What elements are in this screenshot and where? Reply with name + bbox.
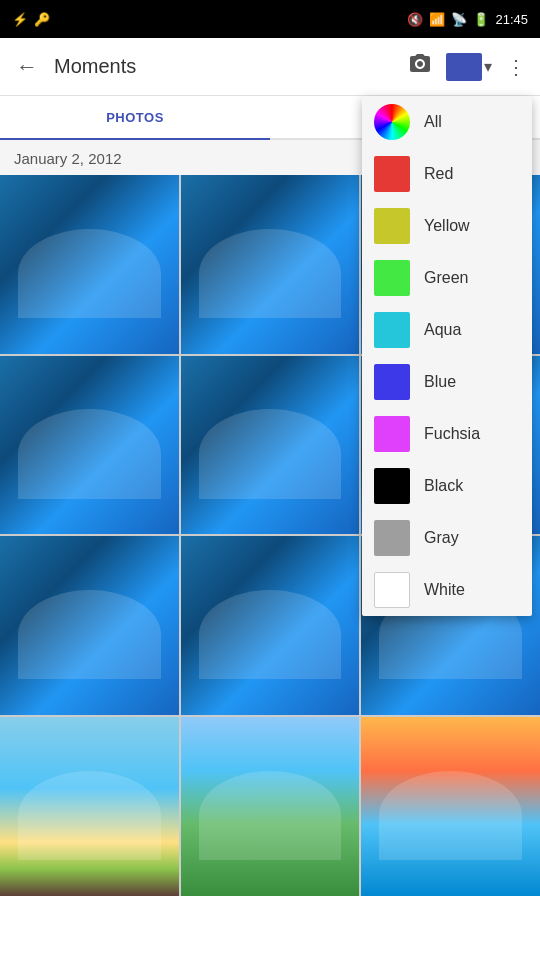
mute-icon: 🔇 — [407, 12, 423, 27]
photo-cell[interactable] — [0, 356, 179, 535]
green-swatch — [374, 260, 410, 296]
page-title: Moments — [54, 55, 402, 78]
color-option-black-label: Black — [424, 477, 463, 495]
photo-cell[interactable] — [0, 717, 179, 896]
photo-cell[interactable] — [181, 536, 360, 715]
camera-button[interactable] — [402, 46, 438, 87]
aqua-swatch — [374, 312, 410, 348]
key-icon: 🔑 — [34, 12, 50, 27]
active-color-chip — [446, 53, 482, 81]
color-option-red-label: Red — [424, 165, 453, 183]
color-option-blue-label: Blue — [424, 373, 456, 391]
color-option-blue[interactable]: Blue — [362, 356, 532, 408]
color-option-red[interactable]: Red — [362, 148, 532, 200]
color-option-green-label: Green — [424, 269, 468, 287]
chevron-down-icon: ▾ — [484, 57, 492, 76]
color-option-fuchsia[interactable]: Fuchsia — [362, 408, 532, 460]
color-option-all-label: All — [424, 113, 442, 131]
more-options-button[interactable]: ⋮ — [500, 49, 532, 85]
wifi-icon: 📶 — [429, 12, 445, 27]
status-bar: ⚡ 🔑 🔇 📶 📡 🔋 21:45 — [0, 0, 540, 38]
gray-swatch — [374, 520, 410, 556]
tab-photos[interactable]: PHOTOS — [0, 96, 270, 138]
color-option-all[interactable]: All — [362, 96, 532, 148]
blue-swatch — [374, 364, 410, 400]
usb-icon: ⚡ — [12, 12, 28, 27]
color-option-green[interactable]: Green — [362, 252, 532, 304]
photo-cell[interactable] — [181, 175, 360, 354]
fuchsia-swatch — [374, 416, 410, 452]
color-filter-dropdown: All Red Yellow Green Aqua Blue Fuchsia B… — [362, 96, 532, 616]
yellow-swatch — [374, 208, 410, 244]
photo-cell[interactable] — [0, 536, 179, 715]
color-option-aqua[interactable]: Aqua — [362, 304, 532, 356]
color-option-gray[interactable]: Gray — [362, 512, 532, 564]
all-colors-swatch — [374, 104, 410, 140]
color-option-white-label: White — [424, 581, 465, 599]
color-option-black[interactable]: Black — [362, 460, 532, 512]
signal-icon: 📡 — [451, 12, 467, 27]
toolbar-actions: ▾ ⋮ — [402, 46, 532, 87]
photo-cell[interactable] — [181, 717, 360, 896]
red-swatch — [374, 156, 410, 192]
color-filter-button[interactable]: ▾ — [446, 53, 492, 81]
photo-cell[interactable] — [181, 356, 360, 535]
color-option-fuchsia-label: Fuchsia — [424, 425, 480, 443]
battery-icon: 🔋 — [473, 12, 489, 27]
color-option-yellow[interactable]: Yellow — [362, 200, 532, 252]
status-right-icons: 🔇 📶 📡 🔋 21:45 — [407, 12, 528, 27]
color-option-yellow-label: Yellow — [424, 217, 470, 235]
photo-cell[interactable] — [0, 175, 179, 354]
color-option-white[interactable]: White — [362, 564, 532, 616]
color-option-gray-label: Gray — [424, 529, 459, 547]
color-option-aqua-label: Aqua — [424, 321, 461, 339]
toolbar: ← Moments ▾ ⋮ — [0, 38, 540, 96]
back-button[interactable]: ← — [8, 46, 46, 88]
photo-cell[interactable] — [361, 717, 540, 896]
time-display: 21:45 — [495, 12, 528, 27]
black-swatch — [374, 468, 410, 504]
white-swatch — [374, 572, 410, 608]
status-left-icons: ⚡ 🔑 — [12, 12, 50, 27]
